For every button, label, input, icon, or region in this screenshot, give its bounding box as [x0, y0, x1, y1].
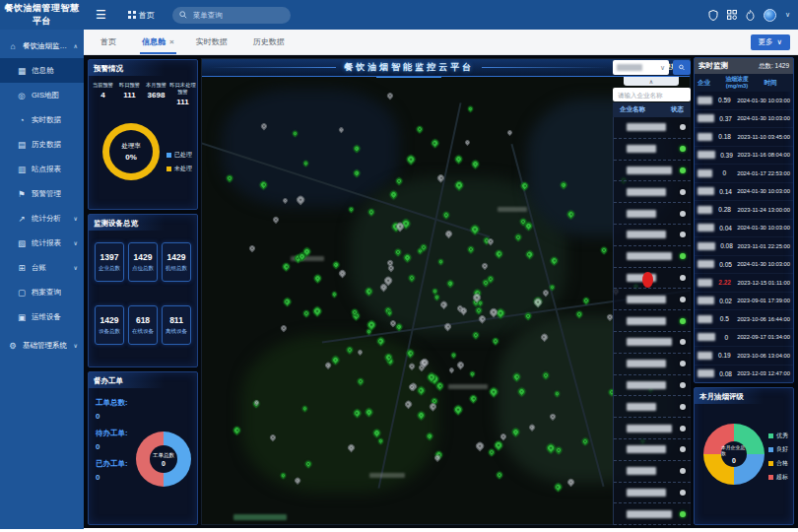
map-marker-gray[interactable]: [456, 360, 466, 369]
table-row[interactable]: 0 2022-09-17 01:34:00: [695, 329, 793, 348]
map-marker-gray[interactable]: [386, 92, 395, 100]
map-marker-green[interactable]: [332, 261, 340, 269]
map-marker-gray[interactable]: [338, 269, 348, 279]
processing-rate-donut[interactable]: 处理率 0%: [102, 123, 160, 180]
map-marker-green[interactable]: [469, 370, 476, 377]
map-marker-green[interactable]: [331, 290, 339, 298]
list-collapse-toggle[interactable]: ∧: [624, 77, 679, 86]
workorder-donut[interactable]: 工单总数 0: [136, 432, 191, 487]
company-row[interactable]: [614, 375, 691, 397]
more-button[interactable]: 更多 ∨: [751, 34, 791, 50]
company-row[interactable]: [614, 439, 691, 461]
map-marker-gray[interactable]: [248, 244, 257, 253]
map-marker-gray[interactable]: [279, 323, 288, 332]
sidebar-item[interactable]: ▤ 历史数据: [0, 132, 84, 157]
device-stat-box[interactable]: 618 在线设备: [128, 305, 158, 345]
company-row[interactable]: [614, 246, 691, 268]
table-row[interactable]: 0.59 2024-01-30 10:03:00: [695, 92, 793, 110]
device-stat-box[interactable]: 1429 点位总数: [128, 242, 158, 282]
company-row[interactable]: [614, 310, 691, 332]
company-row[interactable]: [614, 117, 691, 139]
table-row[interactable]: 0.28 2023-11-24 13:00:00: [695, 201, 793, 220]
sidebar-item[interactable]: ◎ GIS地图: [0, 83, 84, 107]
map-marker-green[interactable]: [452, 405, 463, 416]
tab[interactable]: 信息舱 ×: [131, 30, 185, 54]
sidebar-item[interactable]: ⌂ 餐饮油烟监控管理系统 ∧: [0, 33, 84, 58]
hamburger-menu-icon[interactable]: ☰: [96, 8, 106, 22]
device-stat-box[interactable]: 1397 企业总数: [95, 242, 124, 282]
sidebar-item[interactable]: ▥ 站点报表: [0, 157, 84, 181]
map-marker-green[interactable]: [467, 105, 474, 112]
sidebar-item[interactable]: ▦ 信息舱: [0, 58, 84, 83]
device-stat-box[interactable]: 811 离线设备: [162, 305, 191, 345]
device-stat-box[interactable]: 1429 机组总数: [162, 242, 191, 282]
close-icon[interactable]: ×: [169, 37, 174, 46]
map-marker-green[interactable]: [492, 337, 500, 346]
tab[interactable]: 历史数据: [242, 30, 299, 54]
company-row[interactable]: [614, 289, 691, 310]
map-marker-green[interactable]: [282, 297, 291, 305]
flame-icon[interactable]: [746, 10, 755, 21]
company-row[interactable]: [614, 225, 691, 246]
sidebar-item[interactable]: ▣ 运维设备: [0, 304, 84, 329]
map-marker-green[interactable]: [450, 352, 457, 359]
table-row[interactable]: 0.5 2023-10-06 16:44:00: [695, 310, 793, 329]
map-marker-gray[interactable]: [448, 366, 456, 374]
map-marker-green[interactable]: [431, 138, 439, 147]
map-marker-green[interactable]: [301, 309, 310, 318]
map-marker-green[interactable]: [282, 261, 292, 271]
apps-icon[interactable]: [727, 10, 737, 20]
table-row[interactable]: 0.37 2024-01-30 10:03:00: [695, 110, 793, 129]
company-row[interactable]: [614, 396, 691, 418]
map-marker-green[interactable]: [470, 160, 480, 169]
map-marker-green[interactable]: [311, 306, 322, 317]
sidebar-item[interactable]: ⊞ 台账 ∨: [0, 255, 84, 280]
company-row[interactable]: [614, 203, 691, 225]
map-marker-green[interactable]: [454, 154, 464, 164]
monthly-rating-donut[interactable]: 本月企业总数 0: [703, 424, 765, 485]
company-name-input[interactable]: [613, 88, 691, 101]
breadcrumb[interactable]: 首页: [128, 10, 155, 21]
table-row[interactable]: 0.18 2023-11-10 03:45:00: [695, 128, 793, 147]
table-row[interactable]: 0.39 2023-11-16 08:04:00: [695, 147, 793, 166]
table-row[interactable]: 0.08 2023-11-01 22:25:00: [695, 237, 793, 256]
company-row[interactable]: [614, 332, 691, 354]
company-row[interactable]: [614, 418, 691, 439]
sidebar-item[interactable]: ⚑ 预警管理: [0, 181, 84, 206]
map-marker-green[interactable]: [600, 246, 608, 254]
map-marker-green[interactable]: [553, 482, 562, 491]
sidebar-item[interactable]: ↗ 统计分析 ∨: [0, 206, 84, 231]
map-marker-green[interactable]: [313, 274, 323, 284]
sidebar-item[interactable]: ▧ 统计报表 ∨: [0, 231, 84, 255]
map-marker-green[interactable]: [488, 448, 497, 457]
table-row[interactable]: 0.05 2024-01-30 10:03:00: [695, 256, 793, 275]
map-marker-gray[interactable]: [506, 129, 513, 136]
company-row[interactable]: [614, 483, 691, 504]
tab[interactable]: 实时数据: [185, 30, 242, 54]
shield-icon[interactable]: [708, 10, 718, 21]
tab[interactable]: 首页: [90, 30, 131, 54]
table-row[interactable]: 0.04 2024-01-30 10:03:00: [695, 220, 793, 238]
map-marker-gray[interactable]: [475, 440, 486, 451]
company-search-button[interactable]: [673, 60, 691, 75]
sidebar-item[interactable]: ◔ 实时数据: [0, 107, 84, 132]
company-row[interactable]: [614, 139, 691, 161]
table-row[interactable]: 0.14 2024-01-30 10:03:00: [695, 183, 793, 202]
menu-search-box[interactable]: [172, 7, 291, 24]
sidebar-item[interactable]: ▢ 档案查询: [0, 280, 84, 304]
company-row[interactable]: [614, 161, 691, 182]
table-row[interactable]: 0.02 2023-09-01 17:39:00: [695, 293, 793, 311]
map-marker-green[interactable]: [348, 206, 355, 213]
map-marker-green[interactable]: [469, 393, 479, 403]
user-avatar[interactable]: [764, 9, 776, 22]
table-row[interactable]: 2.22 2023-12-15 01:11:00: [695, 274, 793, 293]
menu-search-input[interactable]: [191, 10, 280, 21]
company-row[interactable]: [614, 461, 691, 483]
map-marker-green[interactable]: [495, 471, 503, 480]
sidebar-item[interactable]: ⚙ 基础管理系统 ∨: [0, 333, 84, 358]
map-marker-green[interactable]: [416, 125, 425, 134]
map-marker-green[interactable]: [405, 154, 416, 165]
chevron-down-icon[interactable]: ∨: [785, 11, 790, 19]
company-filter-select[interactable]: ∨: [613, 60, 669, 75]
company-row[interactable]: [614, 503, 691, 525]
